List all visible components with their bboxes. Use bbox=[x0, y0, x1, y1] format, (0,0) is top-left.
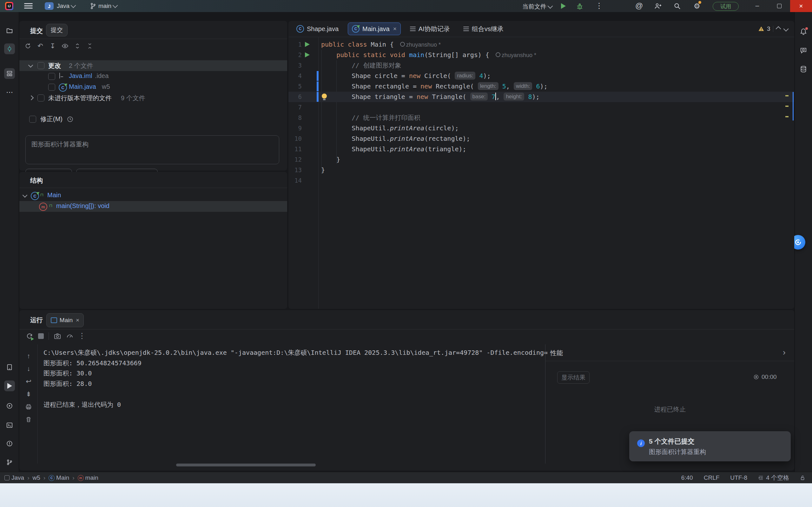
warning-stripe-mark[interactable] bbox=[785, 116, 789, 117]
run-gutter-icon[interactable] bbox=[305, 52, 310, 57]
history-clock-icon[interactable] bbox=[67, 116, 73, 123]
code-line[interactable]: 8 // 统一计算并打印面积 bbox=[289, 113, 794, 123]
close-tab-icon[interactable]: × bbox=[393, 25, 397, 32]
more-actions-button[interactable]: ⋮ bbox=[595, 1, 603, 10]
problems-tool-icon[interactable] bbox=[4, 438, 15, 449]
maximize-button[interactable] bbox=[768, 0, 790, 12]
ai-assistant-icon[interactable]: @ bbox=[635, 1, 643, 10]
run-button[interactable] bbox=[561, 3, 566, 9]
unversioned-checkbox[interactable] bbox=[38, 95, 44, 102]
print-icon[interactable] bbox=[24, 402, 33, 411]
indent-setting[interactable]: 4 个空格 bbox=[758, 474, 789, 482]
run-gutter-icon[interactable] bbox=[305, 42, 310, 47]
shelve-icon[interactable]: ↧ bbox=[49, 42, 57, 50]
amend-checkbox[interactable] bbox=[29, 116, 36, 123]
branch-selector[interactable]: main bbox=[90, 3, 117, 9]
close-button[interactable]: ✕ bbox=[790, 0, 812, 12]
collapse-all-icon[interactable] bbox=[86, 42, 94, 50]
line-separator[interactable]: CRLF bbox=[704, 474, 720, 481]
scroll-to-end-icon[interactable]: ⇟ bbox=[24, 389, 33, 399]
code-line[interactable]: 13} bbox=[289, 165, 794, 175]
commit-tab[interactable]: 提交 bbox=[46, 24, 67, 37]
unversioned-group-row[interactable]: 未进行版本管理的文件 9 个文件 bbox=[19, 93, 287, 103]
ai-chat-tool-icon[interactable] bbox=[798, 45, 809, 56]
changed-file-row[interactable]: Java.iml .idea bbox=[19, 71, 287, 82]
scroll-down-icon[interactable]: ↓ bbox=[24, 364, 33, 374]
parameter-hint[interactable]: base: bbox=[470, 93, 488, 101]
warning-stripe-mark[interactable] bbox=[785, 95, 789, 96]
trial-badge[interactable]: 试用 bbox=[713, 2, 739, 11]
horizontal-scrollbar[interactable] bbox=[176, 463, 316, 466]
code-line[interactable]: 11 ShapeUtil.printArea(triangle); bbox=[289, 144, 794, 155]
breadcrumb[interactable]: Java› w5› C Main› m main bbox=[4, 474, 98, 481]
project-avatar[interactable]: J bbox=[45, 2, 54, 10]
run-configuration-selector[interactable]: 当前文件 bbox=[522, 3, 552, 11]
run-tab-main[interactable]: Main × bbox=[46, 313, 84, 327]
commit-message-input[interactable]: 图形面积计算器重构 bbox=[26, 135, 279, 164]
clear-trash-icon[interactable] bbox=[24, 415, 33, 424]
expand-all-icon[interactable] bbox=[73, 42, 82, 50]
tab-main-java[interactable]: C Main.java × bbox=[348, 22, 401, 35]
file-checkbox[interactable] bbox=[48, 73, 55, 80]
chevron-right-icon[interactable]: › bbox=[783, 347, 786, 357]
unlocked-icon[interactable] bbox=[800, 475, 806, 481]
parameter-hint[interactable]: radius: bbox=[455, 72, 475, 79]
code-line[interactable]: 6 Shape triangle = new Triangle( base: 7… bbox=[289, 92, 794, 102]
structure-method-row[interactable]: m ⊓ main(String[]): void bbox=[19, 201, 287, 212]
code-line[interactable]: 12 } bbox=[289, 155, 794, 165]
caret-position[interactable]: 6:40 bbox=[681, 474, 693, 481]
changes-checkbox[interactable] bbox=[38, 62, 44, 69]
project-selector[interactable]: Java bbox=[57, 3, 75, 9]
tab-composition-vs-inheritance[interactable]: 组合vs继承 bbox=[459, 22, 508, 36]
code-line[interactable]: 3 // 创建图形对象 bbox=[289, 60, 794, 71]
prev-problem-icon[interactable] bbox=[775, 26, 781, 32]
code-line[interactable]: 2 public static void main(String[] args)… bbox=[289, 50, 794, 60]
code-line[interactable]: 1public class Main {zhuyanshuo * bbox=[289, 39, 794, 50]
view-options-eye-icon[interactable] bbox=[61, 42, 69, 50]
structure-tool-icon[interactable] bbox=[4, 68, 15, 79]
next-problem-icon[interactable] bbox=[783, 26, 789, 32]
parameter-hint[interactable]: height: bbox=[504, 93, 524, 101]
device-preview-tool-icon[interactable] bbox=[4, 362, 15, 373]
code-line[interactable]: 7 bbox=[289, 102, 794, 113]
terminal-tool-icon[interactable] bbox=[4, 420, 15, 431]
code-line[interactable]: 14 bbox=[289, 175, 794, 186]
inspections-widget[interactable]: 3 bbox=[758, 25, 789, 32]
changes-group-row[interactable]: 更改 2 个文件 bbox=[19, 60, 287, 71]
code-line[interactable]: 4 Shape circle = new Circle( radius: 4); bbox=[289, 71, 794, 81]
parameter-hint[interactable]: width: bbox=[514, 82, 532, 90]
profiler-gauge-icon[interactable] bbox=[66, 332, 73, 340]
soft-wrap-icon[interactable]: ↩ bbox=[24, 377, 33, 386]
notifications-bell-icon[interactable] bbox=[798, 26, 809, 37]
search-everywhere-icon[interactable] bbox=[673, 2, 681, 10]
console-output[interactable]: C:\Users\朱彦硕\.jdks\openjdk-25.0.2\bin\ja… bbox=[44, 347, 544, 410]
chevron-collapsed-icon[interactable] bbox=[29, 96, 34, 101]
close-tab-icon[interactable]: × bbox=[76, 317, 79, 324]
services-tool-icon[interactable] bbox=[4, 400, 15, 411]
more-tool-windows-icon[interactable]: ⋯ bbox=[4, 87, 15, 98]
vcs-log-tool-icon[interactable] bbox=[4, 457, 15, 468]
structure-class-row[interactable]: C ⊓ Main bbox=[19, 190, 287, 201]
settings-gear-icon[interactable]: ⚙ bbox=[694, 2, 700, 10]
code-line[interactable]: 10 ShapeUtil.printArea(rectangle); bbox=[289, 133, 794, 144]
camera-snapshot-icon[interactable] bbox=[54, 332, 61, 340]
warning-stripe-mark[interactable] bbox=[785, 106, 789, 107]
debug-button[interactable] bbox=[576, 3, 583, 10]
minimize-button[interactable]: ─ bbox=[746, 0, 768, 12]
changed-file-row[interactable]: C Main.java w5 bbox=[19, 82, 287, 93]
commit-notification[interactable]: i 5 个文件已提交 图形面积计算器重构 bbox=[629, 431, 791, 461]
chevron-expanded-icon[interactable] bbox=[22, 193, 28, 198]
tab-shape-java[interactable]: C Shape.java bbox=[292, 22, 343, 35]
chevron-expanded-icon[interactable] bbox=[28, 63, 33, 68]
project-tool-icon[interactable] bbox=[4, 25, 15, 36]
code-line[interactable]: 5 Shape rectangle = new Rectangle( lengt… bbox=[289, 81, 794, 92]
parameter-hint[interactable]: length: bbox=[478, 82, 499, 90]
rerun-icon[interactable] bbox=[26, 332, 33, 340]
scroll-up-icon[interactable]: ↑ bbox=[24, 351, 33, 361]
file-checkbox[interactable] bbox=[48, 84, 55, 91]
database-tool-icon[interactable] bbox=[798, 64, 809, 74]
code-line[interactable]: 9 ShapeUtil.printArea(circle); bbox=[289, 123, 794, 133]
more-icon[interactable]: ⋮ bbox=[79, 332, 86, 340]
run-tool-icon[interactable] bbox=[4, 381, 15, 391]
refresh-icon[interactable] bbox=[24, 42, 32, 50]
